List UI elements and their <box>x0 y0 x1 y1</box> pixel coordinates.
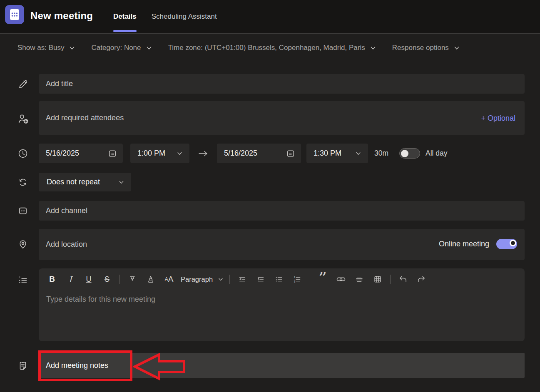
italic-glyph: I <box>69 275 72 284</box>
pencil-icon <box>17 79 28 89</box>
show-as-dropdown[interactable]: Show as: Busy <box>17 44 75 52</box>
quote-glyph: ” <box>319 275 327 283</box>
outdent-icon <box>238 275 247 284</box>
date-picker-icon[interactable] <box>286 149 295 158</box>
tab-bar: Details Scheduling Assistant <box>113 0 217 33</box>
bold-button[interactable]: B <box>43 272 61 287</box>
active-tab-indicator <box>113 30 137 32</box>
start-time-value: 1:00 PM <box>137 149 165 158</box>
text-alignment-button[interactable] <box>350 272 368 287</box>
all-day-label: All day <box>426 149 448 158</box>
indent-icon <box>256 275 265 284</box>
highlight-icon <box>128 275 137 284</box>
tab-details[interactable]: Details <box>113 0 137 33</box>
quote-button[interactable]: ” <box>314 272 332 287</box>
person-add-icon <box>17 113 29 125</box>
start-date-field[interactable]: 5/16/2025 <box>39 144 123 163</box>
chevron-down-icon <box>118 179 124 185</box>
font-size-button[interactable]: AA <box>160 272 178 287</box>
chevron-down-icon <box>218 276 224 282</box>
numbered-list-icon: 1 2 3 <box>293 275 302 284</box>
bullet-list-icon <box>274 275 284 284</box>
title-input[interactable] <box>39 74 525 94</box>
repeat-icon <box>17 177 28 188</box>
category-dropdown[interactable]: Category: None <box>91 44 152 52</box>
paragraph-style-label: Paragraph <box>181 275 213 283</box>
category-label: Category: None <box>91 44 141 52</box>
add-meeting-notes-button[interactable]: Add meeting notes <box>39 353 525 378</box>
attendees-input[interactable] <box>39 101 525 135</box>
time-zone-dropdown[interactable]: Time zone: (UTC+01:00) Brussels, Copenha… <box>168 44 376 52</box>
toolbar-divider <box>226 275 233 284</box>
underline-glyph: U <box>86 275 92 284</box>
highlight-button[interactable] <box>123 272 142 287</box>
toolbar-divider <box>306 275 314 284</box>
tab-scheduling-assistant-label: Scheduling Assistant <box>152 12 217 21</box>
formatting-toolbar: B I U S AA Paragraph <box>39 268 525 290</box>
undo-icon <box>398 275 408 284</box>
new-meeting-dialog: { "colors": { "accent_purple": "#5b5fc7"… <box>0 0 540 392</box>
toggle-knob <box>401 150 408 157</box>
indent-button[interactable] <box>251 272 270 287</box>
duration-label: 30m <box>374 149 388 158</box>
end-time-dropdown[interactable]: 1:30 PM <box>306 144 368 163</box>
font-color-button[interactable] <box>142 272 160 287</box>
redo-button[interactable] <box>412 272 431 287</box>
all-day-toggle[interactable] <box>399 148 420 159</box>
undo-button[interactable] <box>394 272 412 287</box>
toolbar-divider <box>116 275 123 284</box>
outdent-button[interactable] <box>233 272 251 287</box>
add-meeting-notes-label: Add meeting notes <box>39 361 108 370</box>
details-editor-input[interactable]: Type details for this new meeting <box>39 290 525 341</box>
options-bar: Show as: Busy Category: None Time zone: … <box>17 40 532 56</box>
link-icon <box>336 274 346 284</box>
response-options-dropdown[interactable]: Response options <box>392 44 460 52</box>
paragraph-style-dropdown[interactable]: Paragraph <box>178 272 226 287</box>
online-meeting-toggle[interactable] <box>496 239 517 249</box>
page-title: New meeting <box>30 10 93 22</box>
end-date-value: 5/16/2025 <box>224 149 257 158</box>
date-picker-icon[interactable] <box>108 149 117 158</box>
dialog-header: New meeting Details Scheduling Assistant <box>0 0 540 34</box>
chevron-down-icon <box>370 45 376 51</box>
end-time-value: 1:30 PM <box>314 149 341 158</box>
chevron-down-icon <box>146 45 152 51</box>
bullet-list-button[interactable] <box>270 272 288 287</box>
font-size-small-glyph: A <box>165 276 168 282</box>
channel-input[interactable] <box>39 201 525 221</box>
bold-glyph: B <box>49 275 55 284</box>
tab-scheduling-assistant[interactable]: Scheduling Assistant <box>152 0 217 33</box>
title-field <box>39 74 525 94</box>
chevron-down-icon <box>453 45 460 51</box>
meeting-notes-icon <box>17 360 28 371</box>
add-optional-attendees-button[interactable]: + Optional <box>481 114 515 123</box>
clock-icon <box>17 148 28 159</box>
table-icon <box>373 275 382 284</box>
channel-field <box>39 201 525 221</box>
attendees-row: + Optional <box>39 101 525 135</box>
chevron-down-icon <box>355 150 361 156</box>
channel-row <box>39 201 525 221</box>
details-placeholder: Type details for this new meeting <box>46 295 155 303</box>
link-button[interactable] <box>332 272 350 287</box>
underline-button[interactable]: U <box>80 272 98 287</box>
toolbar-divider <box>387 275 394 284</box>
show-as-label: Show as: Busy <box>17 44 64 52</box>
online-meeting-label: Online meeting <box>439 240 489 248</box>
italic-button[interactable]: I <box>61 272 80 287</box>
title-row <box>39 74 525 94</box>
text-alignment-icon <box>355 275 364 284</box>
insert-table-button[interactable] <box>368 272 387 287</box>
location-row: Online meeting <box>39 229 525 260</box>
end-date-field[interactable]: 5/16/2025 <box>217 144 301 163</box>
tab-details-label: Details <box>113 12 137 21</box>
recurrence-dropdown[interactable]: Does not repeat <box>39 173 131 191</box>
start-time-dropdown[interactable]: 1:00 PM <box>130 144 189 163</box>
chevron-down-icon <box>177 150 183 156</box>
meeting-calendar-icon <box>5 5 24 24</box>
start-date-value: 5/16/2025 <box>46 149 79 158</box>
recurrence-row: Does not repeat <box>39 173 525 191</box>
numbered-list-button[interactable]: 1 2 3 <box>288 272 306 287</box>
attendees-field <box>39 101 525 135</box>
strikethrough-button[interactable]: S <box>98 272 116 287</box>
